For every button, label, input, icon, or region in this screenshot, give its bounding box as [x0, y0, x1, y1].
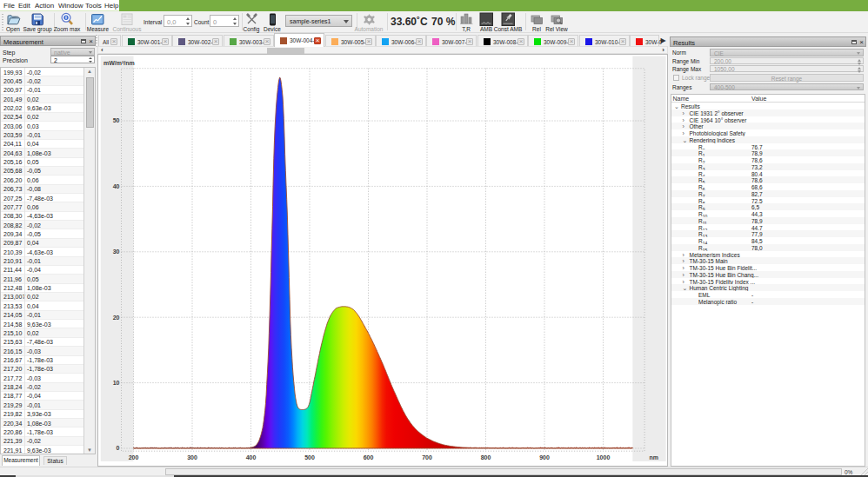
svg-text:50: 50 [113, 117, 120, 123]
svg-text:500: 500 [304, 454, 315, 460]
svg-text:10: 10 [113, 380, 120, 386]
svg-text:900: 900 [539, 454, 550, 460]
svg-text:20: 20 [113, 315, 120, 321]
svg-text:1000: 1000 [597, 454, 611, 460]
svg-text:nm: nm [650, 454, 659, 460]
svg-text:30: 30 [113, 248, 120, 255]
svg-text:0: 0 [117, 445, 120, 451]
svg-text:600: 600 [364, 454, 374, 460]
svg-text:40: 40 [113, 183, 120, 189]
svg-text:800: 800 [481, 454, 491, 460]
svg-text:mW/m²/nm: mW/m²/nm [103, 60, 135, 66]
svg-text:700: 700 [422, 454, 432, 460]
